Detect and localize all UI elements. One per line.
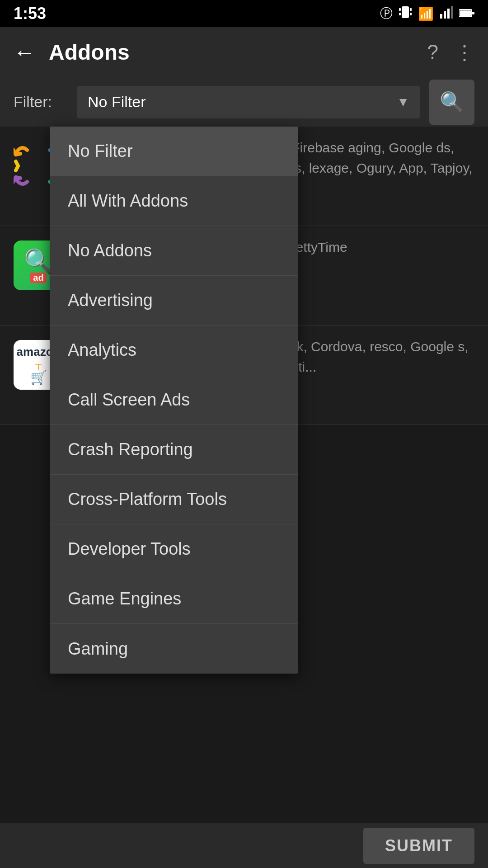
svg-rect-2 <box>399 13 401 15</box>
parking-icon: Ⓟ <box>380 5 393 22</box>
page-title: Addons <box>49 40 414 65</box>
dropdown-item-all-with-addons[interactable]: All With Addons <box>50 176 298 226</box>
search-icon: 🔍 <box>440 90 465 114</box>
status-bar: 1:53 Ⓟ 📶 <box>0 0 488 27</box>
chevron-down-icon: ▼ <box>397 95 409 109</box>
dropdown-item-label: Call Screen Ads <box>68 390 190 410</box>
svg-rect-8 <box>451 6 453 19</box>
help-button[interactable]: ? <box>427 41 438 63</box>
dropdown-item-label: No Filter <box>68 142 133 161</box>
status-time: 1:53 <box>14 4 46 23</box>
status-icons: Ⓟ 📶 <box>380 5 474 23</box>
dropdown-item-label: Advertising <box>68 291 153 310</box>
svg-rect-5 <box>440 14 442 19</box>
svg-rect-0 <box>402 6 409 18</box>
svg-rect-1 <box>399 8 401 11</box>
svg-rect-6 <box>444 11 446 19</box>
dropdown-item-label: Developer Tools <box>68 539 191 559</box>
dropdown-item-label: No Addons <box>68 241 152 260</box>
filter-selected-value: No Filter <box>88 93 145 111</box>
svg-rect-3 <box>410 8 412 11</box>
dropdown-item-game-engines[interactable]: Game Engines <box>50 574 298 624</box>
wifi-icon: 📶 <box>418 6 434 21</box>
vibrate-icon <box>399 5 412 23</box>
more-menu-button[interactable]: ⋮ <box>455 41 474 64</box>
dropdown-item-label: Analytics <box>68 340 136 360</box>
submit-label: SUBMIT <box>385 836 453 855</box>
svg-rect-10 <box>460 10 471 16</box>
dropdown-item-label: All With Addons <box>68 191 188 211</box>
filter-row: Filter: No Filter ▼ 🔍 <box>0 77 488 127</box>
dropdown-item-analytics[interactable]: Analytics <box>50 326 298 375</box>
back-button[interactable]: ← <box>14 40 35 65</box>
filter-dropdown-button[interactable]: No Filter ▼ <box>77 86 420 118</box>
signal-icon <box>440 6 453 22</box>
dropdown-item-crash-reporting[interactable]: Crash Reporting <box>50 425 298 475</box>
app-bar-actions: ? ⋮ <box>427 41 474 64</box>
battery-icon <box>459 6 474 21</box>
filter-dropdown-menu: No Filter All With Addons No Addons Adve… <box>50 127 298 674</box>
dropdown-item-label: Crash Reporting <box>68 440 193 459</box>
submit-button[interactable]: SUBMIT <box>363 828 474 864</box>
svg-rect-7 <box>447 9 450 19</box>
dropdown-item-cross-platform-tools[interactable]: Cross-Platform Tools <box>50 475 298 524</box>
dropdown-item-no-filter[interactable]: No Filter <box>50 127 298 176</box>
svg-rect-4 <box>410 13 412 15</box>
svg-rect-11 <box>472 12 474 14</box>
filter-label: Filter: <box>14 93 68 111</box>
dropdown-item-advertising[interactable]: Advertising <box>50 276 298 326</box>
dropdown-item-gaming[interactable]: Gaming <box>50 624 298 674</box>
dropdown-item-developer-tools[interactable]: Developer Tools <box>50 524 298 574</box>
bottom-bar: SUBMIT <box>0 823 488 868</box>
dropdown-item-label: Game Engines <box>68 589 181 609</box>
app-bar: ← Addons ? ⋮ <box>0 27 488 77</box>
dropdown-item-label: Gaming <box>68 639 128 659</box>
search-button[interactable]: 🔍 <box>429 80 474 125</box>
dropdown-item-call-screen-ads[interactable]: Call Screen Ads <box>50 375 298 425</box>
dropdown-item-no-addons[interactable]: No Addons <box>50 226 298 276</box>
dropdown-item-label: Cross-Platform Tools <box>68 490 227 509</box>
